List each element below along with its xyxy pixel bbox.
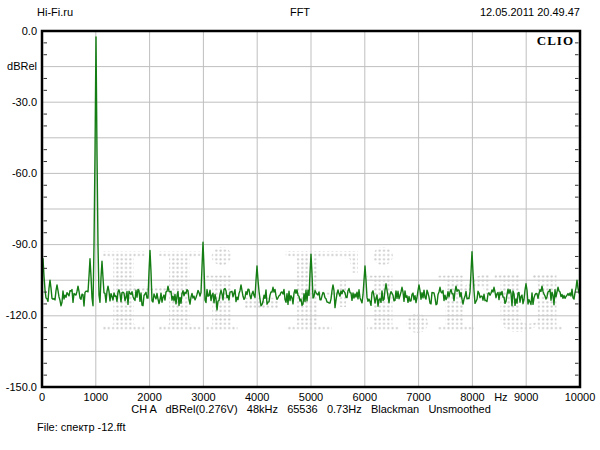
y-tick-label: -90.0 [0,238,37,251]
y-tick-label: -120.0 [0,309,37,322]
y-tick-label: 0.0 [0,25,37,38]
fft-plot: Hi-Fi.ru [0,0,600,450]
y-tick-label: -30.0 [0,96,37,109]
y-tick-label: -60.0 [0,167,37,180]
y-tick-label: -150.0 [0,381,37,394]
clio-brand-label: CLIO [537,33,574,49]
y-axis-unit-label: dBRel [0,60,37,73]
fft-analyzer-screenshot: Hi-Fi.ru FFT 12.05.2011 20.49.47 Hi-Fi.r… [0,0,600,450]
watermark-text: Hi-Fi.ru [100,224,566,357]
file-name-label: File: спектр -12.fft [37,421,125,433]
measurement-status-line: CH A dBRel(0.276V) 48kHz 65536 0.73Hz Bl… [42,403,580,415]
